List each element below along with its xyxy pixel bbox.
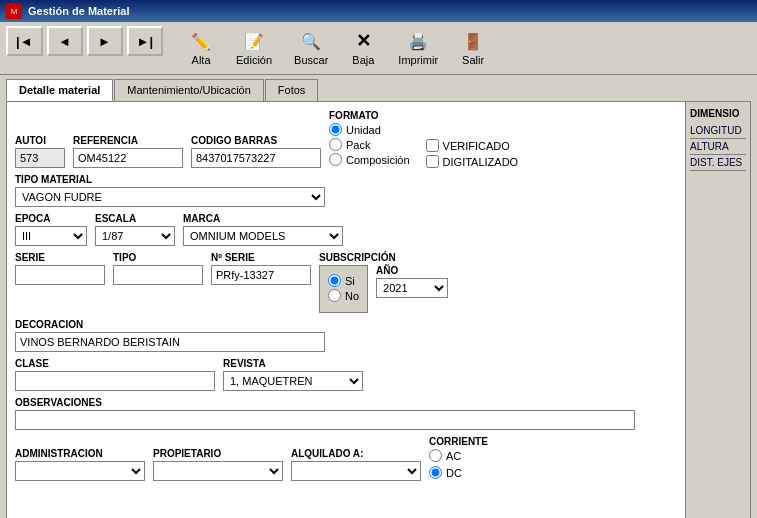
codigo-barras-input[interactable] xyxy=(191,148,321,168)
clase-label: CLASE xyxy=(15,358,215,369)
corriente-group: CORRIENTE AC DC xyxy=(429,436,488,481)
ano-select[interactable]: 2021 2019 2020 2022 2023 xyxy=(376,278,448,298)
autoi-input[interactable] xyxy=(15,148,65,168)
digitalizado-option[interactable]: DIGITALIZADO xyxy=(426,155,519,168)
formato-composicion-radio[interactable] xyxy=(329,153,342,166)
dimension-altura[interactable]: ALTURA xyxy=(690,139,746,155)
alta-button[interactable]: ✏️ Alta xyxy=(179,26,223,70)
formato-composicion[interactable]: Composición xyxy=(329,153,410,166)
epoca-label: EPOCA xyxy=(15,213,87,224)
alquilado-label: ALQUILADO A: xyxy=(291,448,421,459)
tipo-material-label: TIPO MATERIAL xyxy=(15,174,325,185)
edicion-button[interactable]: 📝 Edición xyxy=(227,26,281,70)
subscripcion-no[interactable]: No xyxy=(328,289,359,302)
alquilado-group: ALQUILADO A: xyxy=(291,448,421,481)
tab-detalle[interactable]: Detalle material xyxy=(6,79,113,101)
digitalizado-checkbox[interactable] xyxy=(426,155,439,168)
right-panel-title: DIMENSIO xyxy=(690,108,746,119)
escala-select[interactable]: 1/87 1/160 1/43 xyxy=(95,226,175,246)
tab-fotos[interactable]: Fotos xyxy=(265,79,319,101)
nav-next-button[interactable]: ► xyxy=(87,26,123,56)
imprimir-button[interactable]: 🖨️ Imprimir xyxy=(389,26,447,70)
corriente-ac-radio[interactable] xyxy=(429,449,442,462)
formato-pack[interactable]: Pack xyxy=(329,138,410,151)
escala-group: ESCALA 1/87 1/160 1/43 xyxy=(95,213,175,246)
propietario-group: PROPIETARIO xyxy=(153,448,283,481)
clase-group: CLASE xyxy=(15,358,215,391)
revista-select[interactable]: 1, MAQUETREN 2, MAQUETREN 3, MAQUETREN xyxy=(223,371,363,391)
baja-icon: ✕ xyxy=(352,30,374,52)
nav-prev-button[interactable]: ◄ xyxy=(47,26,83,56)
formato-unidad-radio[interactable] xyxy=(329,123,342,136)
decoracion-input[interactable] xyxy=(15,332,325,352)
dimension-longitud[interactable]: LONGITUD xyxy=(690,123,746,139)
corriente-ac[interactable]: AC xyxy=(429,449,488,462)
baja-button[interactable]: ✕ Baja xyxy=(341,26,385,70)
formato-pack-radio[interactable] xyxy=(329,138,342,151)
administracion-select[interactable] xyxy=(15,461,145,481)
nav-first-button[interactable]: |◄ xyxy=(6,26,43,56)
subscripcion-label: SUBSCRIPCIÓN xyxy=(319,252,448,263)
observaciones-group: OBSERVACIONES xyxy=(15,397,742,430)
num-serie-input[interactable] xyxy=(211,265,311,285)
epoca-select[interactable]: III I II IV V VI xyxy=(15,226,87,246)
revista-label: REVISTA xyxy=(223,358,363,369)
escala-label: ESCALA xyxy=(95,213,175,224)
observaciones-input[interactable] xyxy=(15,410,635,430)
row-8: ADMINISTRACION PROPIETARIO ALQUILADO A: … xyxy=(15,436,742,481)
tipo-input[interactable] xyxy=(113,265,203,285)
referencia-label: REFERENCIA xyxy=(73,135,183,146)
subscripcion-popup: Si No xyxy=(319,265,368,313)
right-panel: DIMENSIO LONGITUD ALTURA DIST. EJES xyxy=(685,102,750,518)
corriente-dc[interactable]: DC xyxy=(429,466,488,479)
dimension-dist-ejes[interactable]: DIST. EJES xyxy=(690,155,746,171)
verificado-digitalizado-group: VERIFICADO DIGITALIZADO xyxy=(426,117,519,168)
propietario-label: PROPIETARIO xyxy=(153,448,283,459)
observaciones-label: OBSERVACIONES xyxy=(15,397,742,408)
subscripcion-no-radio[interactable] xyxy=(328,289,341,302)
formato-options: Unidad Pack Composición xyxy=(329,123,410,168)
salir-button[interactable]: 🚪 Salir xyxy=(451,26,495,70)
marca-label: MARCA xyxy=(183,213,343,224)
verificado-option[interactable]: VERIFICADO xyxy=(426,139,519,152)
row-2: TIPO MATERIAL VAGON FUDRE xyxy=(15,174,742,207)
decoracion-label: DECORACION xyxy=(15,319,325,330)
propietario-select[interactable] xyxy=(153,461,283,481)
row-4: SERIE TIPO Nº SERIE SUBSCRIPCIÓN Si xyxy=(15,252,742,313)
administracion-group: ADMINISTRACION xyxy=(15,448,145,481)
row-6: CLASE REVISTA 1, MAQUETREN 2, MAQUETREN … xyxy=(15,358,742,391)
autoi-group: AUTOI xyxy=(15,135,65,168)
formato-label: FORMATO xyxy=(329,110,410,121)
tipo-material-group: TIPO MATERIAL VAGON FUDRE xyxy=(15,174,325,207)
subscripcion-ano-row: Si No AÑO 2021 2019 2020 2022 2023 xyxy=(319,265,448,313)
tipo-material-select[interactable]: VAGON FUDRE xyxy=(15,187,325,207)
ano-group: AÑO 2021 2019 2020 2022 2023 xyxy=(376,265,448,298)
nav-last-button[interactable]: ►| xyxy=(127,26,164,56)
formato-group: FORMATO Unidad Pack Composición xyxy=(329,110,410,168)
row-5: DECORACION xyxy=(15,319,742,352)
row-7: OBSERVACIONES xyxy=(15,397,742,430)
tab-mantenimiento[interactable]: Mantenimiento/Ubicación xyxy=(114,79,264,101)
salir-icon: 🚪 xyxy=(462,30,484,52)
alquilado-select[interactable] xyxy=(291,461,421,481)
epoca-group: EPOCA III I II IV V VI xyxy=(15,213,87,246)
codigo-barras-label: CODIGO BARRAS xyxy=(191,135,321,146)
buscar-button[interactable]: 🔍 Buscar xyxy=(285,26,337,70)
alta-icon: ✏️ xyxy=(190,30,212,52)
formato-unidad[interactable]: Unidad xyxy=(329,123,410,136)
buscar-icon: 🔍 xyxy=(300,30,322,52)
num-serie-group: Nº SERIE xyxy=(211,252,311,285)
title-bar: M Gestión de Material xyxy=(0,0,757,22)
serie-input[interactable] xyxy=(15,265,105,285)
clase-input[interactable] xyxy=(15,371,215,391)
decoracion-group: DECORACION xyxy=(15,319,325,352)
verificado-checkbox[interactable] xyxy=(426,139,439,152)
referencia-input[interactable] xyxy=(73,148,183,168)
subscripcion-si-radio[interactable] xyxy=(328,274,341,287)
subscripcion-si[interactable]: Si xyxy=(328,274,359,287)
app-icon: M xyxy=(6,3,22,19)
marca-select[interactable]: OMNIUM MODELS ROCO IBERTREN LIMA xyxy=(183,226,343,246)
referencia-group: REFERENCIA xyxy=(73,135,183,168)
corriente-label: CORRIENTE xyxy=(429,436,488,447)
corriente-dc-radio[interactable] xyxy=(429,466,442,479)
